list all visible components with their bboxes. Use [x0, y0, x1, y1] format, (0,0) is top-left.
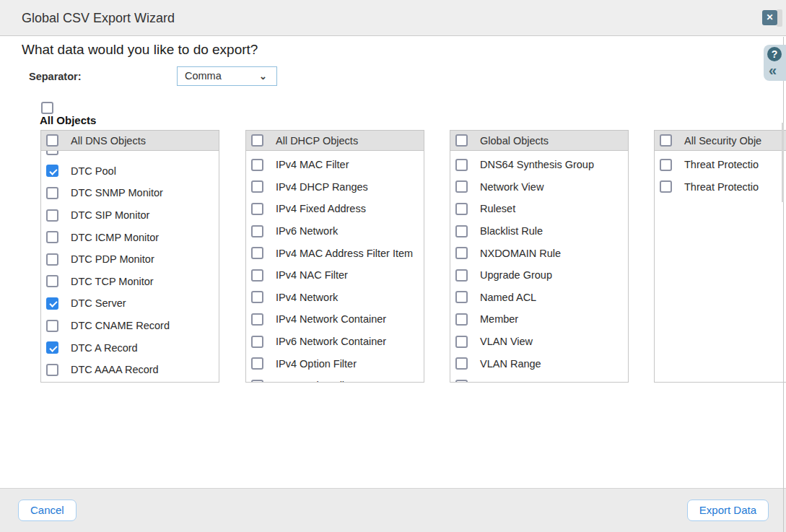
- list-item[interactable]: DTC SNMP Monitor: [41, 182, 219, 204]
- checkbox[interactable]: [455, 269, 468, 282]
- list-item[interactable]: DTC TCP Monitor: [41, 271, 219, 293]
- checkbox[interactable]: [455, 159, 468, 171]
- list-item-label: IPv4 Network: [276, 292, 338, 303]
- list-item[interactable]: DTC A Record: [41, 336, 219, 359]
- list-header-label: All DNS Objects: [71, 135, 146, 147]
- list-item[interactable]: Ruleset: [450, 198, 628, 220]
- list-item[interactable]: Network View: [450, 176, 628, 199]
- list-item[interactable]: DTC SIP Monitor: [41, 204, 219, 227]
- list-item[interactable]: IPv4 MAC Address Filter Item: [246, 242, 424, 264]
- list-item[interactable]: DTC CNAME Record: [41, 315, 219, 337]
- checkbox[interactable]: [455, 247, 468, 259]
- list-item[interactable]: DTC Pool: [41, 160, 219, 183]
- list-item-label: IPv4 Fixed Address: [276, 203, 366, 214]
- list-item[interactable]: Upgrade Group: [450, 264, 628, 287]
- list-header[interactable]: All Security Obje: [655, 131, 786, 151]
- checkbox[interactable]: [251, 159, 263, 171]
- list-item[interactable]: VLAN: [450, 375, 628, 382]
- checkbox[interactable]: [455, 180, 468, 193]
- list-item[interactable]: IPv6 Option Filter: [246, 375, 424, 382]
- checkbox[interactable]: [455, 203, 468, 215]
- checkbox[interactable]: [251, 203, 263, 215]
- all-objects-checkbox[interactable]: [41, 102, 53, 114]
- checkbox[interactable]: [46, 209, 58, 222]
- list-item-label: NXDOMAIN Rule: [480, 248, 561, 259]
- checkbox[interactable]: [251, 291, 263, 303]
- checkbox[interactable]: [251, 180, 263, 193]
- page-scrollbar-thumb[interactable]: [782, 123, 784, 202]
- checkbox[interactable]: [455, 336, 468, 348]
- cancel-button[interactable]: Cancel: [18, 500, 77, 521]
- list-header[interactable]: All DHCP Objects: [246, 131, 424, 151]
- list-item-label: DTC CNAME Record: [71, 320, 170, 331]
- list-item[interactable]: VLAN View: [450, 331, 628, 353]
- list-item-label: Threat Protectio: [684, 181, 759, 193]
- list-item[interactable]: Member: [450, 308, 628, 331]
- separator-label: Separator:: [29, 71, 82, 82]
- checkbox[interactable]: [455, 380, 468, 382]
- list-item[interactable]: Blacklist Rule: [450, 220, 628, 243]
- list-item[interactable]: DTC Server: [41, 292, 219, 315]
- checkbox[interactable]: [455, 134, 468, 147]
- checkbox[interactable]: [455, 357, 468, 370]
- list-item[interactable]: DTC AAAA Record: [41, 359, 219, 381]
- checkbox[interactable]: [46, 275, 58, 287]
- list-item-label: DTC SNMP Monitor: [71, 187, 163, 199]
- separator-select[interactable]: Comma ⌄: [177, 66, 277, 86]
- close-icon[interactable]: ✕: [762, 10, 777, 25]
- checkbox[interactable]: [455, 313, 468, 326]
- list-item[interactable]: Threat Protectio: [655, 176, 786, 199]
- checkbox[interactable]: [251, 225, 263, 237]
- checkbox[interactable]: [46, 134, 58, 147]
- checkbox[interactable]: [251, 357, 263, 370]
- checkbox[interactable]: [251, 269, 263, 282]
- list-header[interactable]: All DNS Objects: [41, 131, 219, 151]
- checkbox[interactable]: [46, 341, 58, 354]
- list-item-partial[interactable]: [41, 151, 219, 160]
- checkbox[interactable]: [251, 380, 263, 382]
- list-header[interactable]: Global Objects: [450, 131, 628, 151]
- checkbox[interactable]: [46, 151, 58, 155]
- list-item[interactable]: NXDOMAIN Rule: [450, 242, 628, 264]
- list-item[interactable]: Threat Protectio: [655, 154, 786, 176]
- list-item[interactable]: Named ACL: [450, 287, 628, 309]
- checkbox[interactable]: [46, 320, 58, 332]
- checkbox[interactable]: [660, 134, 672, 147]
- list-item[interactable]: DTC ICMP Monitor: [41, 226, 219, 248]
- list-item[interactable]: IPv4 Fixed Address: [246, 198, 424, 220]
- checkbox[interactable]: [660, 159, 672, 171]
- list-item-label: VLAN View: [480, 336, 533, 347]
- export-data-button[interactable]: Export Data: [687, 500, 769, 521]
- list-item[interactable]: IPv6 Network Container: [246, 331, 424, 353]
- checkbox[interactable]: [46, 364, 58, 376]
- checkbox[interactable]: [46, 253, 58, 266]
- checkbox[interactable]: [660, 180, 672, 193]
- checkbox[interactable]: [251, 313, 263, 326]
- list-item[interactable]: IPv4 DHCP Ranges: [246, 176, 424, 199]
- checkbox[interactable]: [251, 134, 263, 147]
- list-item[interactable]: IPv4 NAC Filter: [246, 264, 424, 287]
- list-item[interactable]: DNS64 Synthesis Group: [450, 154, 628, 176]
- checkbox[interactable]: [46, 187, 58, 199]
- list-item[interactable]: IPv4 Network Container: [246, 308, 424, 331]
- list-item[interactable]: DTC PDP Monitor: [41, 248, 219, 271]
- list-item[interactable]: IPv6 Network: [246, 220, 424, 243]
- list-item-label: DTC AAAA Record: [71, 364, 159, 375]
- checkbox[interactable]: [46, 297, 58, 310]
- list-item[interactable]: IPv4 Network: [246, 287, 424, 309]
- help-icon[interactable]: ?: [767, 47, 782, 61]
- dialog-footer: Cancel Export Data: [0, 488, 786, 532]
- checkbox[interactable]: [251, 336, 263, 348]
- checkbox[interactable]: [455, 291, 468, 303]
- list-item[interactable]: IPv4 MAC Filter: [246, 154, 424, 176]
- collapse-panel-icon[interactable]: «: [769, 62, 777, 78]
- list-item[interactable]: VLAN Range: [450, 352, 628, 375]
- list-item-label: Upgrade Group: [480, 269, 552, 281]
- checkbox[interactable]: [46, 231, 58, 243]
- wizard-question-heading: What data would you like to do export?: [22, 42, 258, 58]
- list-item-label: DTC Pool: [71, 165, 116, 177]
- checkbox[interactable]: [46, 165, 58, 177]
- checkbox[interactable]: [455, 225, 468, 237]
- list-item[interactable]: IPv4 Option Filter: [246, 352, 424, 375]
- checkbox[interactable]: [251, 247, 263, 259]
